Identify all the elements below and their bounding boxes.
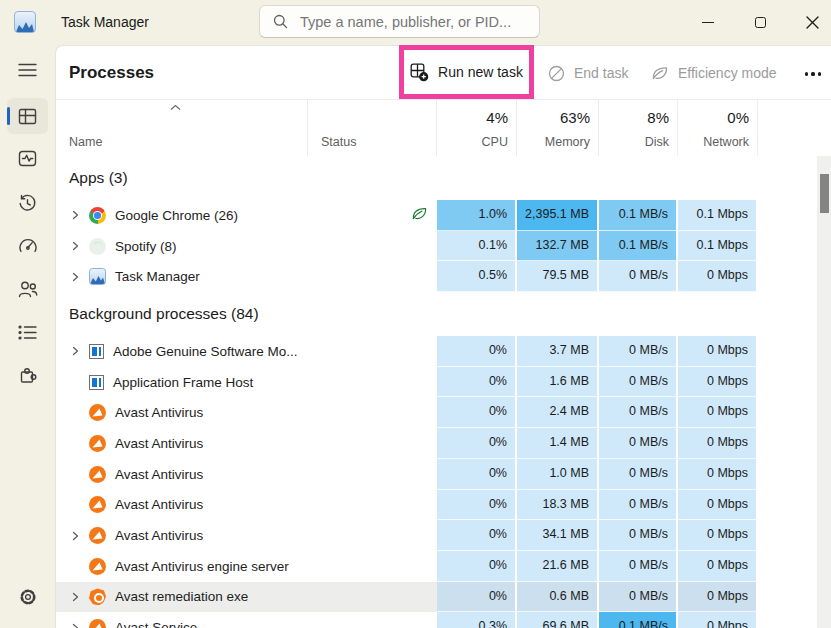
process-status-cell [308, 367, 437, 398]
group-header[interactable]: Apps (3) [56, 156, 831, 200]
sidebar-item-settings[interactable] [7, 579, 48, 615]
more-options-icon [805, 72, 808, 75]
process-name-cell[interactable]: Avast Service [56, 612, 308, 628]
network-cell: 0 Mbps [678, 397, 758, 428]
minimize-button[interactable] [685, 0, 731, 45]
expand-chevron-icon[interactable] [68, 346, 83, 356]
disk-cell: 0 MB/s [599, 336, 678, 367]
process-name-cell[interactable]: Avast Antivirus [56, 520, 308, 551]
sidebar-item-services[interactable] [7, 357, 48, 393]
process-name-label: Avast Antivirus [115, 436, 203, 451]
process-name-cell[interactable]: Avast Antivirus [56, 397, 308, 428]
cpu-cell: 0% [437, 520, 517, 551]
maximize-icon [755, 17, 766, 28]
process-row[interactable]: Spotify (8)0.1%132.7 MB0.1 MB/s0.1 Mbps [56, 231, 831, 262]
close-button[interactable] [789, 0, 831, 45]
end-task-button[interactable]: End task [548, 46, 628, 100]
process-name-label: Google Chrome (26) [115, 208, 238, 223]
expand-chevron-icon[interactable] [68, 592, 83, 602]
process-row[interactable]: Task Manager0.5%79.5 MB0 MB/s0 Mbps [56, 261, 831, 292]
run-new-task-button[interactable]: Run new task [410, 63, 523, 82]
avast-icon [89, 527, 106, 544]
column-header-name[interactable]: Name [56, 100, 308, 156]
column-header-cpu[interactable]: 4% CPU [437, 100, 517, 156]
process-row[interactable]: Avast Antivirus0%2.4 MB0 MB/s0 Mbps [56, 397, 831, 428]
expand-chevron-icon[interactable] [68, 531, 83, 541]
network-cell: 0.1 Mbps [678, 231, 758, 262]
maximize-button[interactable] [737, 0, 783, 45]
expand-chevron-icon[interactable] [68, 241, 83, 251]
cpu-cell: 0% [437, 551, 517, 582]
disk-cell: 0.1 MB/s [599, 612, 678, 628]
process-name-label: Avast Service [115, 620, 197, 628]
process-row[interactable]: Avast Antivirus0%1.0 MB0 MB/s0 Mbps [56, 459, 831, 490]
process-name-label: Avast Antivirus [115, 467, 203, 482]
group-header[interactable]: Background processes (84) [56, 292, 831, 336]
avast-icon [89, 558, 106, 575]
process-name-cell[interactable]: Avast Antivirus [56, 490, 308, 521]
efficiency-leaf-icon [411, 206, 428, 224]
disk-cell: 0 MB/s [599, 551, 678, 582]
task-manager-app-icon [14, 11, 36, 33]
column-header-status[interactable]: Status [308, 100, 437, 156]
process-row[interactable]: Google Chrome (26)1.0%2,395.1 MB0.1 MB/s… [56, 200, 831, 231]
table-header: Name Status 4% CPU 63% Memory 8% Disk 0%… [56, 100, 831, 156]
process-name-cell[interactable]: Spotify (8) [56, 231, 308, 262]
expand-chevron-icon[interactable] [68, 272, 83, 282]
sidebar-item-users[interactable] [7, 271, 48, 307]
disk-cell: 0 MB/s [599, 261, 678, 292]
process-row[interactable]: Avast Antivirus0%1.4 MB0 MB/s0 Mbps [56, 428, 831, 459]
sort-ascending-icon [170, 104, 181, 111]
process-name-cell[interactable]: Avast Antivirus [56, 428, 308, 459]
process-row[interactable]: Avast Service0.3%69.6 MB0.1 MB/s0 Mbps [56, 612, 831, 628]
process-name-cell[interactable]: Avast Antivirus [56, 459, 308, 490]
process-row[interactable]: Avast Antivirus0%34.1 MB0 MB/s0 Mbps [56, 520, 831, 551]
sidebar-item-processes[interactable] [7, 98, 48, 134]
process-name-label: Application Frame Host [113, 375, 253, 390]
search-input[interactable] [300, 14, 520, 30]
column-header-filler [758, 100, 831, 156]
memory-cell: 79.5 MB [517, 261, 599, 292]
expand-chevron-icon[interactable] [68, 210, 83, 220]
efficiency-mode-button[interactable]: Efficiency mode [651, 46, 777, 100]
process-name-label: Avast Antivirus [115, 405, 203, 420]
cpu-cell: 0% [437, 490, 517, 521]
network-cell: 0 Mbps [678, 490, 758, 521]
process-name-cell[interactable]: Avast remediation exe [56, 582, 308, 613]
process-name-cell[interactable]: Application Frame Host [56, 367, 308, 398]
disk-cell: 0.1 MB/s [599, 200, 678, 231]
network-cell: 0 Mbps [678, 520, 758, 551]
process-row[interactable]: Avast Antivirus engine server0%21.6 MB0 … [56, 551, 831, 582]
avast-icon [89, 404, 106, 421]
sidebar-item-hamburger-menu[interactable] [7, 52, 48, 88]
scrollbar-thumb[interactable] [820, 174, 829, 213]
sidebar-item-startup-apps[interactable] [7, 227, 48, 263]
process-name-cell[interactable]: Google Chrome (26) [56, 200, 308, 231]
memory-cell: 1.4 MB [517, 428, 599, 459]
end-task-icon [548, 65, 565, 82]
sidebar-item-performance[interactable] [7, 140, 48, 176]
process-row[interactable]: Avast Antivirus0%18.3 MB0 MB/s0 Mbps [56, 490, 831, 521]
search-box[interactable] [259, 5, 540, 38]
disk-cell: 0 MB/s [599, 367, 678, 398]
process-name-cell[interactable]: Task Manager [56, 261, 308, 292]
process-row[interactable]: Avast remediation exe0%0.6 MB0 MB/s0 Mbp… [56, 582, 831, 613]
process-name-cell[interactable]: Avast Antivirus engine server [56, 551, 308, 582]
more-options-button[interactable] [796, 65, 830, 83]
status-column-label: Status [321, 135, 356, 149]
sidebar [0, 45, 55, 628]
vertical-scrollbar[interactable] [817, 156, 831, 628]
sidebar-item-app-history[interactable] [7, 185, 48, 221]
expand-chevron-icon[interactable] [68, 623, 83, 628]
process-name-cell[interactable]: Adobe Genuine Software Mo... [56, 336, 308, 367]
toolbar: Processes Run new task End task [56, 46, 831, 100]
process-status-cell [308, 428, 437, 459]
column-header-network[interactable]: 0% Network [678, 100, 758, 156]
memory-cell: 2,395.1 MB [517, 200, 599, 231]
process-name-label: Avast remediation exe [115, 589, 248, 604]
process-row[interactable]: Application Frame Host0%1.6 MB0 MB/s0 Mb… [56, 367, 831, 398]
sidebar-item-details[interactable] [7, 314, 48, 350]
column-header-disk[interactable]: 8% Disk [599, 100, 678, 156]
process-row[interactable]: Adobe Genuine Software Mo...0%3.7 MB0 MB… [56, 336, 831, 367]
column-header-memory[interactable]: 63% Memory [517, 100, 599, 156]
